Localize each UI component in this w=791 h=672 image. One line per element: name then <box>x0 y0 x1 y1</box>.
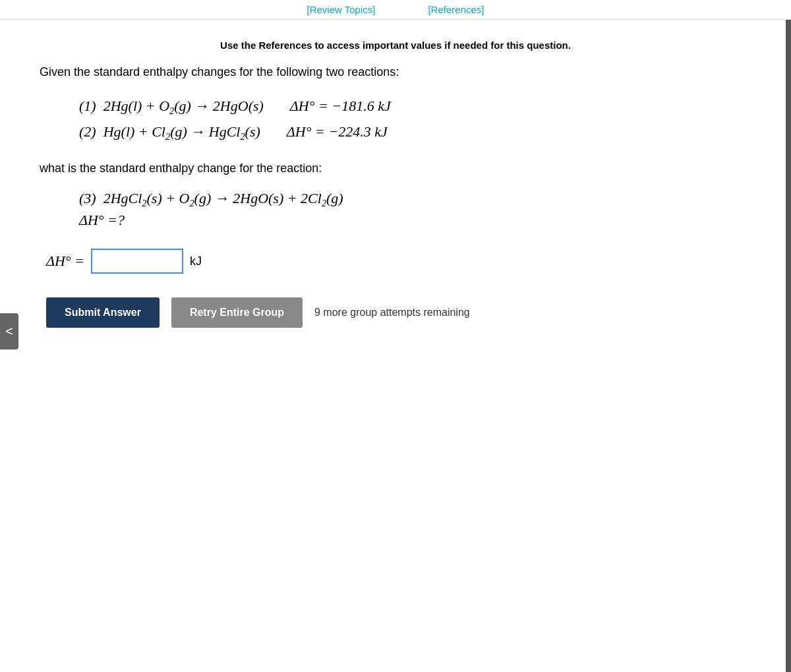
reaction-1-row: (1) 2Hg(l) + O2(g) → 2HgO(s) ΔH° = −181.… <box>79 98 751 117</box>
answer-label: ΔH° = <box>46 253 84 270</box>
reaction-2-enthalpy: ΔH° = −224.3 kJ <box>287 123 388 140</box>
top-nav: [Review Topics] [References] <box>0 0 791 20</box>
question-intro: Given the standard enthalpy changes for … <box>40 65 751 79</box>
retry-entire-group-button[interactable]: Retry Entire Group <box>171 297 303 328</box>
submit-answer-button[interactable]: Submit Answer <box>46 297 160 328</box>
attempts-remaining-text: 9 more group attempts remaining <box>314 307 470 319</box>
what-is-text: what is the standard enthalpy change for… <box>40 162 751 175</box>
reaction-2-row: (2) Hg(l) + Cl2(g) → HgCl2(s) ΔH° = −224… <box>79 123 751 142</box>
left-arrow-button[interactable]: < <box>0 313 18 350</box>
reaction-1-equation: (1) 2Hg(l) + O2(g) → 2HgO(s) <box>79 98 264 117</box>
right-border <box>786 20 791 672</box>
review-topics-link[interactable]: [Review Topics] <box>307 4 376 15</box>
target-enthalpy-question: ΔH° =? <box>79 212 751 229</box>
target-reaction-equation: (3) 2HgCl2(s) + O2(g) → 2HgO(s) + 2Cl2(g… <box>79 190 751 209</box>
target-reaction-block: (3) 2HgCl2(s) + O2(g) → 2HgO(s) + 2Cl2(g… <box>79 190 751 229</box>
answer-unit: kJ <box>190 255 202 268</box>
answer-row: ΔH° = kJ <box>46 249 751 274</box>
reaction-2-equation: (2) Hg(l) + Cl2(g) → HgCl2(s) <box>79 123 260 142</box>
references-link[interactable]: [References] <box>428 4 484 15</box>
reference-note: Use the References to access important v… <box>40 40 751 51</box>
content-area: < Use the References to access important… <box>0 20 791 672</box>
reaction-1-enthalpy: ΔH° = −181.6 kJ <box>290 98 391 115</box>
answer-input[interactable] <box>91 249 183 274</box>
buttons-row: Submit Answer Retry Entire Group 9 more … <box>46 297 751 328</box>
left-arrow-icon: < <box>5 324 13 339</box>
reactions-block: (1) 2Hg(l) + O2(g) → 2HgO(s) ΔH° = −181.… <box>79 98 751 143</box>
